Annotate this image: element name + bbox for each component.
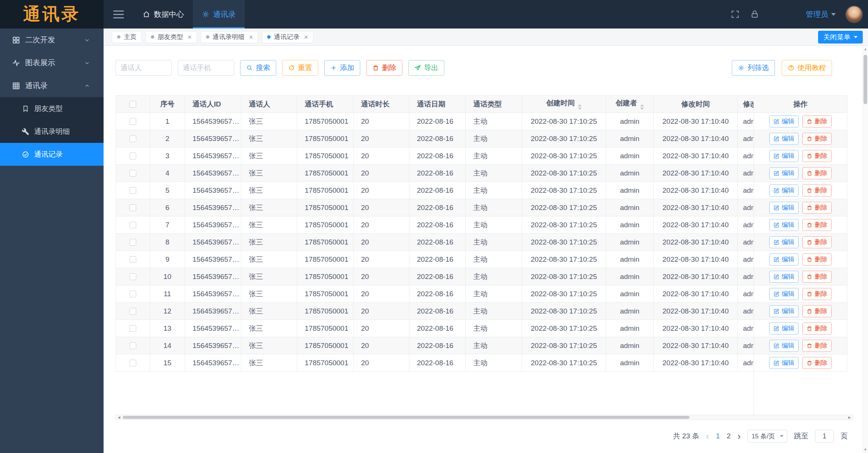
delete-button[interactable]: 删除 <box>802 150 832 162</box>
row-checkbox[interactable] <box>129 360 136 366</box>
row-checkbox[interactable] <box>129 187 136 194</box>
cell-caller_id: 1564539657… <box>185 268 241 285</box>
row-checkbox[interactable] <box>129 153 136 159</box>
search-button[interactable]: 搜索 <box>240 60 276 76</box>
delete-button[interactable]: 删除 <box>802 254 832 266</box>
delete-button[interactable]: 删除 <box>802 184 832 196</box>
edit-button[interactable]: 编辑 <box>769 322 799 334</box>
vertical-scrollbar[interactable]: ▲ ▼ <box>862 46 868 453</box>
sidebar-item-contact-detail[interactable]: 通讯录明细 <box>0 120 104 143</box>
column-header-duration: 通话时长 <box>354 96 409 113</box>
close-icon[interactable]: × <box>304 34 308 40</box>
edit-button[interactable]: 编辑 <box>769 254 799 266</box>
column-filter-button[interactable]: 列筛选 <box>732 60 775 76</box>
sort-carets-icon[interactable] <box>578 104 582 110</box>
tab-friend-type[interactable]: 朋友类型 × <box>146 31 197 43</box>
scroll-left-button[interactable]: ◀ <box>116 415 122 420</box>
edit-button[interactable]: 编辑 <box>769 305 799 317</box>
close-menu-button[interactable]: 关闭菜单 <box>818 31 863 44</box>
row-checkbox[interactable] <box>129 118 136 125</box>
trash-icon <box>806 326 812 332</box>
scroll-right-button[interactable]: ▶ <box>847 415 853 420</box>
sort-carets-icon[interactable] <box>640 104 644 110</box>
batch-delete-button[interactable]: 删除 <box>366 60 402 76</box>
delete-button[interactable]: 删除 <box>802 288 832 300</box>
phone-input[interactable] <box>178 60 234 76</box>
jump-page-input[interactable] <box>815 430 834 442</box>
edit-button[interactable]: 编辑 <box>769 288 799 300</box>
edit-button[interactable]: 编辑 <box>769 202 799 214</box>
delete-button[interactable]: 删除 <box>802 305 832 317</box>
edit-button[interactable]: 编辑 <box>769 236 799 248</box>
row-checkbox[interactable] <box>129 135 136 142</box>
edit-button[interactable]: 编辑 <box>769 150 799 162</box>
caller-input[interactable] <box>116 60 172 76</box>
hamburger-menu-icon[interactable] <box>104 0 134 28</box>
cell-date: 2022-08-16 <box>409 113 466 130</box>
scrollbar-thumb[interactable] <box>123 416 689 419</box>
sidebar-item-contacts[interactable]: 通讯录 <box>0 74 104 97</box>
scroll-down-button[interactable]: ▼ <box>863 448 868 452</box>
sidebar-item-call-records[interactable]: 通讯记录 <box>0 143 104 166</box>
nav-tab-data-center[interactable]: 数据中心 <box>134 0 193 28</box>
reset-button[interactable]: 重置 <box>282 60 318 76</box>
row-checkbox[interactable] <box>129 273 136 280</box>
edit-button[interactable]: 编辑 <box>769 116 799 128</box>
delete-button[interactable]: 删除 <box>802 219 832 231</box>
delete-button[interactable]: 删除 <box>802 133 832 145</box>
delete-button[interactable]: 删除 <box>802 271 832 283</box>
sidebar-item-friend-type[interactable]: 朋友类型 <box>0 97 104 120</box>
sidebar-item-secondary-dev[interactable]: 二次开发 <box>0 28 104 51</box>
delete-button[interactable]: 删除 <box>802 167 832 179</box>
avatar[interactable] <box>846 6 862 22</box>
row-checkbox[interactable] <box>129 291 136 297</box>
export-button[interactable]: 导出 <box>408 60 444 76</box>
scrollbar-thumb[interactable] <box>863 55 867 104</box>
edit-button[interactable]: 编辑 <box>769 133 799 145</box>
row-checkbox[interactable] <box>129 342 136 349</box>
tutorial-button[interactable]: 使用教程 <box>782 60 832 76</box>
column-header-created[interactable]: 创建时间 <box>522 96 606 113</box>
page-button-1[interactable]: 1 <box>716 432 720 440</box>
tab-contact-detail[interactable]: 通讯录明细 × <box>201 31 259 43</box>
row-checkbox[interactable] <box>129 325 136 332</box>
edit-button[interactable]: 编辑 <box>769 357 799 369</box>
delete-button[interactable]: 删除 <box>802 357 832 369</box>
toolbar-right: 列筛选 使用教程 <box>732 60 832 76</box>
add-button[interactable]: 添加 <box>324 60 360 76</box>
tab-call-records[interactable]: 通讯记录 × <box>262 31 313 43</box>
close-icon[interactable]: × <box>188 34 192 40</box>
horizontal-scrollbar[interactable]: ◀ ▶ <box>116 415 853 420</box>
page-button-2[interactable]: 2 <box>727 432 731 440</box>
row-checkbox[interactable] <box>129 170 136 177</box>
row-checkbox[interactable] <box>129 308 136 315</box>
column-header-creator[interactable]: 创建者 <box>606 96 654 113</box>
next-page-button[interactable]: › <box>737 431 741 441</box>
tab-home[interactable]: 主页 <box>112 31 142 43</box>
row-checkbox[interactable] <box>129 256 136 263</box>
user-dropdown[interactable]: 管理员 <box>806 9 836 20</box>
close-icon[interactable]: × <box>249 34 253 40</box>
scroll-up-button[interactable]: ▲ <box>863 46 868 51</box>
export-button-label: 导出 <box>424 63 438 73</box>
delete-button[interactable]: 删除 <box>802 202 832 214</box>
edit-button[interactable]: 编辑 <box>769 167 799 179</box>
edit-button[interactable]: 编辑 <box>769 340 799 352</box>
delete-button[interactable]: 删除 <box>802 322 832 334</box>
row-checkbox[interactable] <box>129 239 136 246</box>
fullscreen-icon[interactable] <box>731 10 740 19</box>
edit-button[interactable]: 编辑 <box>769 184 799 196</box>
nav-tab-contacts[interactable]: 通讯录 <box>193 0 245 28</box>
edit-button[interactable]: 编辑 <box>769 271 799 283</box>
edit-button[interactable]: 编辑 <box>769 219 799 231</box>
sidebar-item-charts[interactable]: 图表展示 <box>0 51 104 74</box>
delete-button[interactable]: 删除 <box>802 116 832 128</box>
page-size-select[interactable]: 15 条/页 <box>748 430 787 442</box>
delete-button[interactable]: 删除 <box>802 340 832 352</box>
prev-page-button[interactable]: ‹ <box>706 431 709 441</box>
delete-button[interactable]: 删除 <box>802 236 832 248</box>
select-all-checkbox[interactable] <box>129 101 136 108</box>
lock-icon[interactable] <box>750 10 759 19</box>
row-checkbox[interactable] <box>129 204 136 211</box>
row-checkbox[interactable] <box>129 222 136 228</box>
